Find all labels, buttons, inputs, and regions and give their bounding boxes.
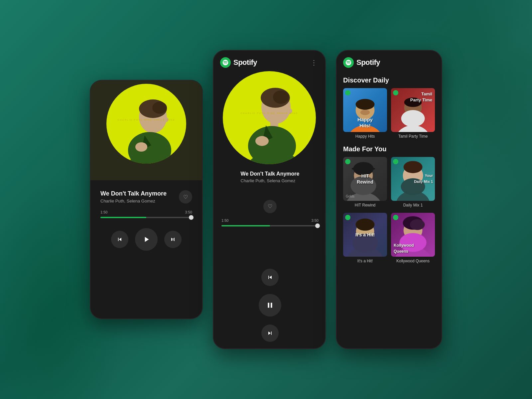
svg-point-26 [401,110,425,127]
like-button-2[interactable]: ♡ [263,200,277,213]
playlist-card-happy-hits[interactable]: HappyHits! Happy Hits [343,88,387,139]
progress-section-1: 1:50 3:50 [90,203,202,218]
logo-circle-3 [343,57,354,68]
album-text-1: CHARLIE PUTH NINE TRACK MIND [117,119,175,121]
track-artist-2: Charlie Puth, Selena Gomez [241,178,300,183]
album-art-circle-2: CHARLIE PUTH NINE TRACK MIND [223,71,316,164]
progress-bar-1[interactable] [100,217,192,218]
playlist-card-daily-mix[interactable]: YourDaily Mix 1 Daily Mix 1 [391,157,435,207]
made-for-you-title: Made For You [336,140,442,157]
happy-hits-card-text: HappyHits! [357,117,373,128]
svg-point-21 [356,99,375,109]
album-hero-1: CHARLIE PUTH NINE TRACK MIND [90,80,202,180]
its-hit-card-text: It's a Hit! [355,232,375,237]
progress-bar-2[interactable] [221,225,319,226]
hit-rewind-card-text: HIT Rewind [357,173,373,185]
progress-dot-2 [315,223,320,228]
player-info-1: We Don't Talk Anymore Charlie Puth, Sele… [90,180,202,203]
made-for-you-grid: HIT Rewind Golds HIT Rewind YourD [336,157,442,207]
play-button-1[interactable] [135,228,158,251]
track-title-1: We Don't Talk Anymore [100,190,179,197]
svg-point-14 [248,126,296,164]
album-art-circle-1: CHARLIE PUTH NINE TRACK MIND [106,84,186,164]
menu-button-2[interactable]: ⋮ [309,57,319,68]
progress-dot-1 [189,215,194,220]
kollywood-card-text: KollywoodQueens [394,243,414,254]
progress-fill-1 [100,217,146,218]
svg-point-44 [410,219,425,230]
playlist-thumb-kollywood: KollywoodQueens [391,213,435,257]
spotify-text-2: Spotify [233,58,257,67]
logo-circle-2 [220,57,231,68]
tamil-party-label: Tamil Party Time [391,134,435,139]
time-total-2: 3:50 [312,218,319,222]
svg-point-22 [360,110,370,115]
time-current-1: 1:50 [100,210,107,214]
prev-button-1[interactable] [111,231,128,248]
spotify-dot-daily-mix [393,159,398,164]
like-button-1[interactable]: ♡ [179,190,192,203]
discover-daily-title: Discover Daily [336,71,442,88]
kollywood-label: Kollywood Queens [391,259,435,263]
phone-header-2: Spotify ⋮ [213,51,325,71]
playlist-card-hit-rewind[interactable]: HIT Rewind Golds HIT Rewind [343,157,387,207]
svg-point-35 [404,161,423,173]
daily-mix-card-text: YourDaily Mix 1 [414,174,433,184]
svg-point-3 [152,102,167,114]
next-button-1[interactable] [164,231,182,248]
phone-player-1: CHARLIE PUTH NINE TRACK MIND We Don't Ta… [90,80,203,319]
spotify-logo-2: Spotify [220,57,257,68]
time-total-1: 3:50 [185,210,192,214]
time-row-2: 1:50 3:50 [221,218,319,222]
time-row-1: 1:50 3:50 [100,210,192,214]
made-for-you-grid-row2: It's a Hit! It's a Hit! KollywoodQueens [336,213,442,263]
spotify-dot-happy-hits [345,90,350,95]
playlist-thumb-hit-rewind: HIT Rewind Golds [343,157,387,201]
phone-player-2: Spotify ⋮ [213,50,326,349]
hit-rewind-label: HIT Rewind [343,203,387,207]
progress-fill-2 [221,225,270,226]
svg-point-16 [255,136,269,146]
spotify-text-3: Spotify [356,58,380,67]
discover-daily-grid: HappyHits! Happy Hits TamilParty Time T [336,88,442,139]
svg-point-39 [356,218,375,231]
its-hit-label: It's a Hit! [343,259,387,263]
happy-hits-label: Happy Hits [343,134,387,139]
svg-point-12 [273,90,289,104]
hit-rewind-golds: Golds [346,195,354,198]
playlist-card-kollywood[interactable]: KollywoodQueens Kollywood Queens [391,213,435,263]
album-area-2: CHARLIE PUTH NINE TRACK MIND [213,71,325,164]
controls-2 [213,261,326,348]
track-title-2: We Don't Talk Anymore [241,171,300,177]
playlist-thumb-its-hit: It's a Hit! [343,213,387,257]
daily-mix-label: Daily Mix 1 [391,203,435,207]
track-details-1: We Don't Talk Anymore Charlie Puth, Sele… [100,190,179,203]
track-details-2: We Don't Talk Anymore Charlie Puth, Sele… [241,171,300,200]
phone-browse-3: Spotify Discover Daily [336,50,442,349]
controls-1 [90,218,202,257]
spotify-dot-tamil-party [393,90,398,95]
player-info-2: We Don't Talk Anymore Charlie Puth, Sele… [213,164,326,213]
spotify-dot-hit-rewind [345,159,350,164]
spotify-logo-3: Spotify [343,57,380,68]
playlist-thumb-daily-mix: YourDaily Mix 1 [391,157,435,201]
next-button-2[interactable] [261,325,279,342]
progress-section-2: 1:50 3:50 [213,213,326,261]
spotify-dot-its-hit [345,215,350,220]
svg-point-5 [128,132,171,164]
tamil-party-card-text: TamilParty Time [410,91,432,102]
album-text-2: CHARLIE PUTH NINE TRACK MIND [240,112,298,114]
playlist-card-tamil-party[interactable]: TamilParty Time Tamil Party Time [391,88,435,139]
pause-button-2[interactable] [259,294,281,317]
playlist-thumb-happy-hits: HappyHits! [343,88,387,132]
prev-button-2[interactable] [261,269,279,286]
playlist-thumb-tamil-party: TamilParty Time [391,88,435,132]
playlist-card-its-hit[interactable]: It's a Hit! It's a Hit! [343,213,387,263]
phone-header-3: Spotify [336,51,442,71]
track-artist-1: Charlie Puth, Selena Gomez [100,199,179,203]
spotify-dot-kollywood [393,215,398,220]
svg-point-8 [135,142,147,152]
svg-point-31 [351,167,375,171]
time-current-2: 1:50 [221,218,228,222]
